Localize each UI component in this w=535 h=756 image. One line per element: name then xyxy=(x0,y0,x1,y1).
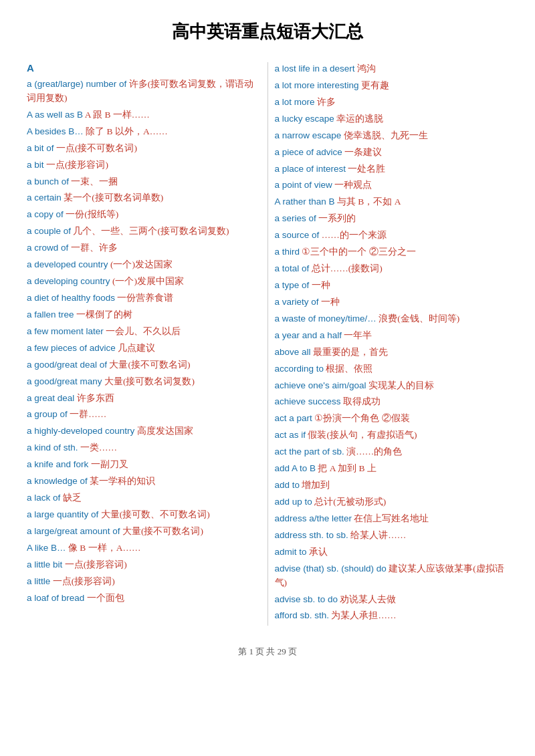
list-item: a type of 一种 xyxy=(275,279,509,293)
entry-en: a good/great many xyxy=(27,376,102,386)
entry-zh: (一个)发展中国家 xyxy=(112,276,184,286)
entry-en: a bit of xyxy=(27,143,54,153)
entry-en: a (great/large) number of xyxy=(27,79,126,89)
list-item: a year and a half 一年半 xyxy=(275,329,509,343)
entry-en: a lot more xyxy=(275,97,315,107)
entry-en: advise (that) sb. (should) do xyxy=(275,563,387,574)
entry-zh: 在信上写姓名地址 xyxy=(354,513,429,523)
entry-en: a few moment later xyxy=(27,326,104,336)
entry-en: act the part of sb. xyxy=(275,447,344,457)
list-item: a waste of money/time/… 浪费(金钱、时间等) xyxy=(275,312,509,326)
entry-en: a great deal xyxy=(27,393,74,403)
entry-en: according to xyxy=(275,364,324,374)
list-item: a great deal 许多东西 xyxy=(27,392,261,406)
entry-en: add to xyxy=(275,480,300,490)
list-item: achieve success 取得成功 xyxy=(275,395,509,409)
list-item: a certain 某一个(接可数名词单数) xyxy=(27,191,261,205)
entry-zh: 一点(接形容词) xyxy=(65,559,127,570)
entry-en: address sth. to sb. xyxy=(275,530,348,540)
list-item: a few pieces of advice 几点建议 xyxy=(27,342,261,356)
entry-en: a developed country xyxy=(27,259,108,269)
list-item: a series of 一系列的 xyxy=(275,212,509,226)
list-item: a large quantity of 大量(接可数、不可数名词) xyxy=(27,508,261,522)
entry-zh: 一点(接不可数名词) xyxy=(56,143,137,153)
list-item: a lost life in a desert 鸿沟 xyxy=(275,62,509,76)
entry-en: a series of xyxy=(275,213,316,223)
entry-zh: 大量(接不可数名词) xyxy=(109,360,190,370)
entry-zh: 鸿沟 xyxy=(357,64,376,74)
entry-zh: 浪费(金钱、时间等) xyxy=(379,313,459,324)
entry-en: a knowledge of xyxy=(27,476,88,486)
entry-zh: 取得成功 xyxy=(343,396,381,406)
entry-en: A like B… xyxy=(27,543,66,553)
list-item: act the part of sb. 演……的角色 xyxy=(275,445,509,459)
entry-zh: 除了 B 以外，A…… xyxy=(86,126,168,136)
entry-zh: 一副刀叉 xyxy=(91,459,128,469)
list-item: a knowledge of 某一学科的知识 xyxy=(27,475,261,489)
entry-en: a year and a half xyxy=(275,330,342,340)
entry-zh: 最重要的是，首先 xyxy=(313,347,388,357)
list-item: a point of view 一种观点 xyxy=(275,178,509,193)
list-item: a lack of 缺乏 xyxy=(27,491,261,505)
entry-en: a few pieces of advice xyxy=(27,343,116,353)
entry-zh: (一个)发达国家 xyxy=(110,259,173,269)
list-item: A as well as B A 跟 B 一样…… xyxy=(27,108,261,122)
entry-en: a kind of sth. xyxy=(27,443,78,453)
entry-zh: 高度发达国家 xyxy=(137,426,193,436)
entry-zh: 一个面包 xyxy=(87,593,124,603)
list-item: a crowd of 一群、许多 xyxy=(27,241,261,255)
entry-zh: 缺乏 xyxy=(63,493,82,503)
entry-zh: 总计……(接数词) xyxy=(312,263,383,273)
list-item: a good/great many 大量(接可数名词复数) xyxy=(27,375,261,389)
list-item: a group of 一群…… xyxy=(27,408,261,422)
entry-zh: 大量(接可数、不可数名词) xyxy=(101,509,210,519)
entry-zh: 一种观点 xyxy=(334,180,372,190)
entry-zh: 一处名胜 xyxy=(348,164,385,174)
entry-zh: 一种 xyxy=(321,297,340,307)
entry-en: a bunch of xyxy=(27,176,69,186)
list-item: above all 最重要的是，首先 xyxy=(275,346,509,360)
entry-en: a developing country xyxy=(27,276,110,286)
list-item: a couple of 几个、一些、三两个(接可数名词复数) xyxy=(27,225,261,239)
list-item: a source of ……的一个来源 xyxy=(275,229,509,243)
entry-zh: 一份(报纸等) xyxy=(66,209,118,219)
entry-en: admit to xyxy=(275,547,307,557)
entry-zh: 一群、许多 xyxy=(71,243,118,253)
list-item: a little 一点(接形容词) xyxy=(27,575,261,589)
list-item: a loaf of bread 一个面包 xyxy=(27,592,261,606)
list-item: a large/great amount of 大量(接不可数名词) xyxy=(27,525,261,539)
list-item: a diet of healthy foods 一份营养食谱 xyxy=(27,291,261,305)
list-item: a lot more 许多 xyxy=(275,96,509,110)
page-title: 高中英语重点短语大汇总 xyxy=(27,20,508,43)
entry-zh: 一类…… xyxy=(80,443,117,453)
entry-zh: 根据、依照 xyxy=(326,364,372,374)
entry-zh: 为某人承担…… xyxy=(331,610,396,620)
entry-zh: 更有趣 xyxy=(361,80,389,90)
entry-zh: 一种 xyxy=(312,280,330,290)
list-item: a copy of 一份(报纸等) xyxy=(27,208,261,222)
list-item: A besides B… 除了 B 以外，A…… xyxy=(27,125,261,139)
entry-en: a knife and fork xyxy=(27,459,88,469)
list-item: a good/great deal of 大量(接不可数名词) xyxy=(27,358,261,372)
list-item: admit to 承认 xyxy=(275,545,509,559)
entry-zh: 一系列的 xyxy=(318,213,356,223)
entry-en: a bit xyxy=(27,160,44,170)
entry-zh: 几个、一些、三两个(接可数名词复数) xyxy=(73,226,229,236)
entry-zh: 增加到 xyxy=(302,480,330,490)
entry-en: A as well as B xyxy=(27,110,83,120)
list-item: act a part ①扮演一个角色 ②假装 xyxy=(275,412,509,426)
list-item: a kind of sth. 一类…… xyxy=(27,441,261,455)
entry-en: a little xyxy=(27,576,50,586)
list-item: a piece of advice 一条建议 xyxy=(275,146,509,160)
entry-zh: 幸运的逃脱 xyxy=(336,114,383,124)
entry-en: advise sb. to do xyxy=(275,594,338,604)
entry-en: a certain xyxy=(27,193,62,203)
entry-en: a fallen tree xyxy=(27,309,74,320)
entry-en: a lot more interesting xyxy=(275,80,359,90)
list-item: add A to B 把 A 加到 B 上 xyxy=(275,462,509,476)
list-item: a bit 一点(接形容词) xyxy=(27,158,261,172)
entry-en: act as if xyxy=(275,430,306,440)
entry-en: A besides B… xyxy=(27,126,84,136)
entry-zh: 某一学科的知识 xyxy=(90,476,155,486)
entry-en: a couple of xyxy=(27,226,71,236)
